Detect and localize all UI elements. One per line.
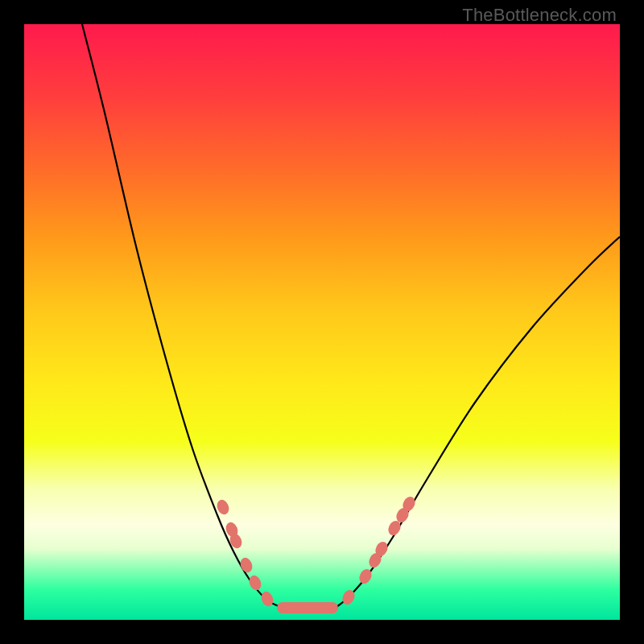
markers-right-group <box>341 494 418 606</box>
plateau-group <box>277 602 338 613</box>
plot-area <box>24 24 620 620</box>
watermark-text: TheBottleneck.com <box>462 5 617 26</box>
curve-marker <box>247 574 263 592</box>
plateau-capsule <box>277 602 338 613</box>
chart-frame: TheBottleneck.com <box>0 0 644 644</box>
bottleneck-curve <box>24 24 620 620</box>
curve-path <box>82 24 620 610</box>
markers-left-group <box>215 498 275 609</box>
curve-marker <box>259 590 275 609</box>
curve-marker <box>238 556 254 575</box>
